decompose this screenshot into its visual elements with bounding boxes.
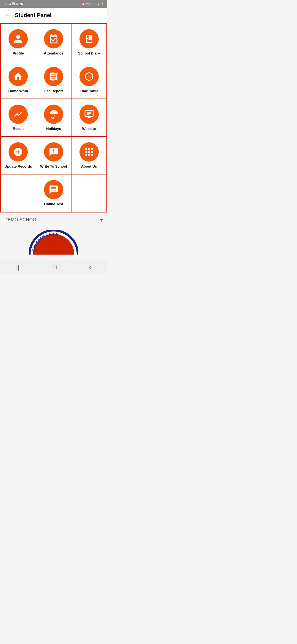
message-alert-icon bbox=[49, 147, 59, 157]
time-table-icon-circle bbox=[79, 67, 99, 86]
attendance-label: Attendance bbox=[44, 51, 64, 55]
grid-item-profile[interactable]: Profile bbox=[1, 23, 36, 61]
profile-label: Profile bbox=[13, 51, 24, 55]
about-us-label: About Us bbox=[81, 164, 97, 168]
grid-item-attendance[interactable]: Attendance bbox=[36, 23, 72, 61]
write-to-school-icon-circle bbox=[44, 142, 63, 162]
result-label: Result bbox=[13, 127, 24, 131]
header: ← Student Panel bbox=[0, 8, 107, 23]
time-display: 12:53 bbox=[3, 2, 11, 6]
chat-status-icon: 💬 bbox=[20, 2, 24, 6]
logo-area: CHILDREN'S HIGH bbox=[0, 227, 107, 260]
grid-item-website[interactable]: Website bbox=[71, 99, 107, 137]
calendar-check-icon bbox=[49, 34, 59, 44]
website-icon-circle bbox=[79, 105, 99, 124]
grid-item-result[interactable]: Result bbox=[1, 99, 36, 137]
profile-icon-circle bbox=[9, 29, 28, 48]
person-icon bbox=[13, 34, 23, 44]
status-right: ⏰ Vo) LTE ▲ 🔋 bbox=[82, 2, 104, 6]
grid-item-empty-2 bbox=[71, 174, 107, 212]
school-selector[interactable]: DEMO SCHOOL ▾ bbox=[0, 212, 107, 227]
result-icon-circle bbox=[9, 105, 28, 124]
website-label: Website bbox=[82, 127, 96, 131]
home-work-icon-circle bbox=[9, 67, 28, 86]
dot-icon: • bbox=[25, 2, 26, 6]
dropdown-arrow-icon: ▾ bbox=[100, 217, 103, 223]
grid-item-about-us[interactable]: About Us bbox=[71, 137, 107, 174]
home-icon bbox=[13, 72, 23, 81]
home-work-label: Home Work bbox=[8, 89, 28, 93]
school-name-text: DEMO SCHOOL bbox=[4, 217, 39, 222]
update-records-label: Update Records bbox=[4, 164, 32, 168]
nav-back-icon[interactable]: ‹ bbox=[89, 264, 91, 271]
back-button[interactable]: ← bbox=[4, 12, 10, 19]
plus-circle-icon bbox=[13, 147, 23, 157]
fee-report-label: Fee Report bbox=[44, 89, 63, 93]
grid-item-school-diary[interactable]: School Diary bbox=[71, 23, 107, 61]
nav-home-icon[interactable]: □ bbox=[53, 264, 57, 271]
clock-icon bbox=[84, 72, 94, 81]
battery-icon: 🔋 bbox=[101, 2, 104, 6]
time-table-label: Time-Table bbox=[80, 89, 98, 93]
grid-icon bbox=[84, 147, 94, 157]
update-records-icon-circle bbox=[9, 142, 28, 162]
mail-icon: M bbox=[16, 2, 19, 6]
signal-icon: ▲ bbox=[97, 2, 100, 6]
trending-up-icon bbox=[13, 109, 23, 119]
school-logo: CHILDREN'S HIGH bbox=[29, 230, 78, 255]
school-diary-icon-circle bbox=[79, 29, 99, 48]
photo-icon: 🖼 bbox=[12, 2, 15, 6]
signal-text: Vo) LTE bbox=[86, 2, 96, 6]
grid-item-time-table[interactable]: Time-Table bbox=[71, 61, 107, 99]
holidays-label: Holidays bbox=[46, 127, 61, 131]
logo-svg: CHILDREN'S HIGH bbox=[29, 230, 78, 255]
grid-item-write-to-school[interactable]: Write To School bbox=[36, 137, 72, 174]
grid-item-empty-1 bbox=[1, 174, 36, 212]
grid-item-online-test[interactable]: Online Test bbox=[36, 174, 72, 212]
about-us-icon-circle bbox=[79, 142, 99, 162]
attendance-icon-circle bbox=[44, 29, 63, 48]
nav-bar: ||| □ ‹ bbox=[0, 260, 107, 274]
grid-item-home-work[interactable]: Home Work bbox=[1, 61, 36, 99]
grid-container: Profile Attendance School Diary bbox=[0, 23, 107, 212]
book-icon bbox=[84, 34, 94, 44]
grid-item-fee-report[interactable]: Fee Report bbox=[36, 61, 72, 99]
holidays-icon-circle bbox=[44, 105, 63, 124]
online-test-label: Online Test bbox=[44, 202, 63, 206]
chat-icon bbox=[49, 185, 59, 195]
nav-menu-icon[interactable]: ||| bbox=[16, 264, 21, 271]
online-test-icon-circle bbox=[44, 180, 63, 199]
write-to-school-label: Write To School bbox=[40, 164, 67, 168]
school-diary-label: School Diary bbox=[78, 51, 100, 55]
grid-item-update-records[interactable]: Update Records bbox=[1, 137, 36, 174]
status-left: 12:53 🖼 M 💬 • bbox=[3, 2, 26, 6]
menu-grid: Profile Attendance School Diary bbox=[1, 23, 107, 212]
grid-item-holidays[interactable]: Holidays bbox=[36, 99, 72, 137]
alarm-icon: ⏰ bbox=[82, 2, 85, 6]
page-title: Student Panel bbox=[15, 12, 51, 18]
receipt-icon bbox=[49, 72, 59, 81]
fee-report-icon-circle bbox=[44, 67, 63, 86]
umbrella-icon bbox=[49, 109, 59, 119]
monitor-icon bbox=[84, 109, 94, 119]
status-bar: 12:53 🖼 M 💬 • ⏰ Vo) LTE ▲ 🔋 bbox=[0, 0, 107, 8]
